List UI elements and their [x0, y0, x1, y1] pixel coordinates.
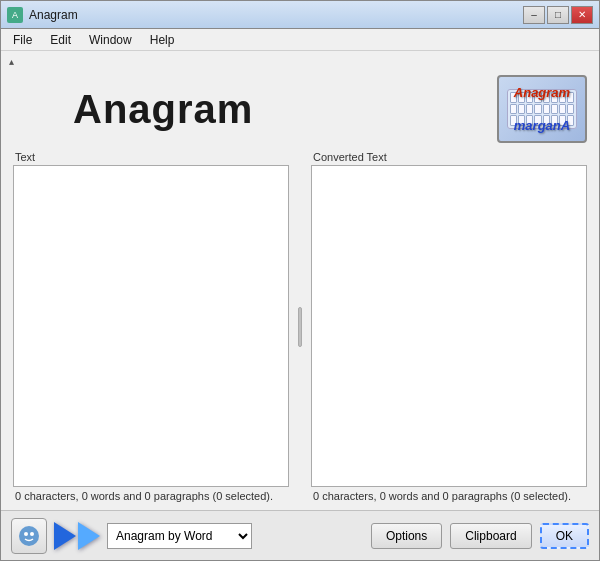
logo-key: [526, 104, 533, 115]
logo-key: [559, 104, 566, 115]
anagram-mode-select[interactable]: Anagram by Word Anagram by Letter Anagra…: [107, 523, 252, 549]
header-area: Anagram: [13, 75, 587, 143]
minimize-button[interactable]: –: [523, 6, 545, 24]
main-content: Anagram: [1, 71, 599, 510]
left-panel-status: 0 characters, 0 words and 0 paragraphs (…: [13, 490, 289, 502]
right-panel-status: 0 characters, 0 words and 0 paragraphs (…: [311, 490, 587, 502]
app-title: Anagram: [13, 87, 253, 132]
app-icon: A: [7, 7, 23, 23]
logo-key: [510, 104, 517, 115]
svg-point-2: [30, 532, 34, 536]
menu-bar: File Edit Window Help: [1, 29, 599, 51]
logo-box: Anagram marganA: [497, 75, 587, 143]
left-panel-label: Text: [13, 151, 289, 163]
logo-key: [551, 104, 558, 115]
converted-text-output[interactable]: [311, 165, 587, 487]
mascot-icon: [17, 524, 41, 548]
subtoolbar: ▴: [1, 51, 599, 71]
panels-row: Text 0 characters, 0 words and 0 paragra…: [13, 151, 587, 502]
logo-key: [543, 104, 550, 115]
svg-point-1: [24, 532, 28, 536]
breadcrumb-arrow: ▴: [9, 56, 14, 67]
ok-button[interactable]: OK: [540, 523, 589, 549]
logo-key: [518, 104, 525, 115]
window-controls: – □ ✕: [523, 6, 593, 24]
maximize-button[interactable]: □: [547, 6, 569, 24]
window-title: Anagram: [29, 8, 78, 22]
menu-window[interactable]: Window: [81, 31, 140, 49]
close-button[interactable]: ✕: [571, 6, 593, 24]
title-bar: A Anagram – □ ✕: [1, 1, 599, 29]
logo-key: [567, 104, 574, 115]
panel-divider[interactable]: [297, 151, 303, 502]
logo-key: [534, 104, 541, 115]
svg-point-0: [19, 526, 39, 546]
arrow-1-icon: [54, 522, 76, 550]
left-panel: Text 0 characters, 0 words and 0 paragra…: [13, 151, 289, 502]
logo-text-top: Anagram: [514, 85, 570, 100]
arrow-2-icon: [78, 522, 100, 550]
title-bar-left: A Anagram: [7, 7, 78, 23]
main-window: A Anagram – □ ✕ File Edit Window Help ▴ …: [0, 0, 600, 561]
text-input[interactable]: [13, 165, 289, 487]
right-panel-label: Converted Text: [311, 151, 587, 163]
bottom-toolbar: Anagram by Word Anagram by Letter Anagra…: [1, 510, 599, 560]
mascot-button[interactable]: [11, 518, 47, 554]
options-button[interactable]: Options: [371, 523, 442, 549]
clipboard-button[interactable]: Clipboard: [450, 523, 531, 549]
menu-edit[interactable]: Edit: [42, 31, 79, 49]
menu-help[interactable]: Help: [142, 31, 183, 49]
logo-text-bottom: marganA: [514, 118, 570, 133]
convert-button[interactable]: [55, 518, 99, 554]
menu-file[interactable]: File: [5, 31, 40, 49]
right-panel: Converted Text 0 characters, 0 words and…: [311, 151, 587, 502]
divider-handle: [298, 307, 302, 347]
